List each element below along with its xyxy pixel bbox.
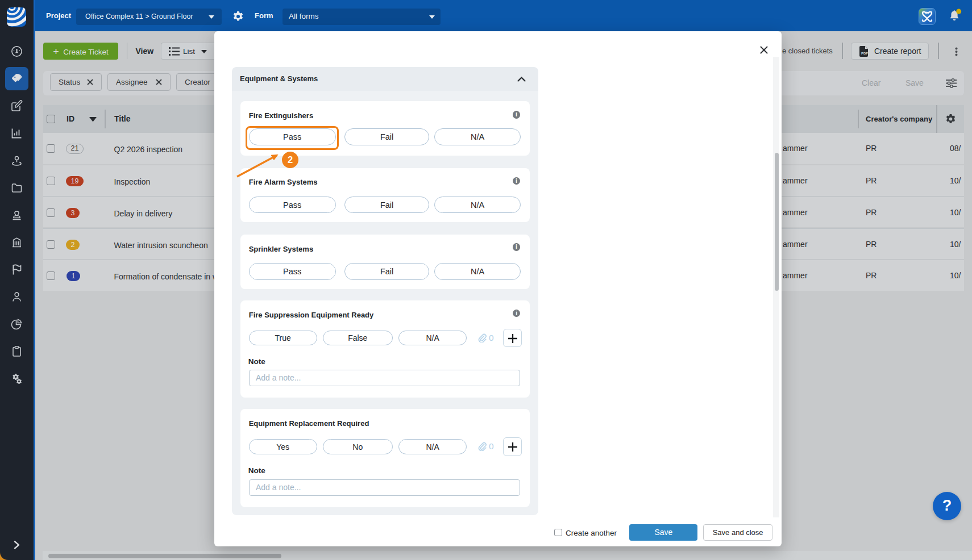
svg-text:PDF: PDF	[861, 52, 868, 55]
